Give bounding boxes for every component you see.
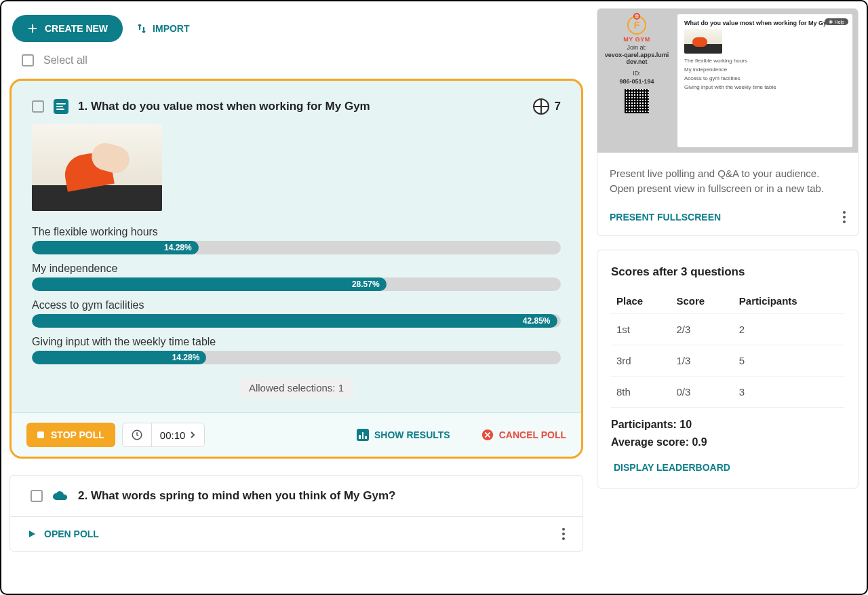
- option-label: Giving input with the weekly time table: [32, 336, 561, 348]
- option-bar-fill: 14.28%: [32, 351, 206, 364]
- mini-slide: ◉ Help What do you value most when worki…: [677, 14, 852, 147]
- select-all-row: Select all: [9, 54, 583, 79]
- option-label: My independence: [32, 263, 561, 275]
- preview-thumbnail[interactable]: F MY GYM Join at: vevox-qarel.apps.lumid…: [597, 9, 858, 153]
- mini-row: Access to gym facilities: [684, 75, 846, 81]
- option-bar-fill: 28.57%: [32, 277, 387, 291]
- preview-menu-button[interactable]: [843, 211, 846, 223]
- mini-slide-title: What do you value most when working for …: [684, 20, 846, 26]
- open-poll-button[interactable]: OPEN POLL: [28, 529, 99, 539]
- poll-title: 1. What do you value most when working f…: [78, 100, 524, 113]
- table-row: 1st2/32: [611, 313, 844, 345]
- poll-title: 2. What words spring to mind when you th…: [78, 489, 562, 503]
- poll-type-icon: [54, 99, 68, 114]
- bar-chart-icon: [357, 429, 369, 441]
- wordcloud-icon: [52, 489, 68, 503]
- poll-menu-button[interactable]: [562, 528, 565, 540]
- poll-image: [32, 124, 162, 211]
- session-id-label: ID:: [633, 70, 641, 77]
- allowed-selections-pill: Allowed selections: 1: [239, 378, 353, 398]
- poll-option: Access to gym facilities 42.85%: [32, 299, 561, 328]
- poll-footer: STOP POLL 00:10 SHOW RESULTS: [12, 412, 581, 457]
- option-label: Access to gym facilities: [32, 299, 561, 311]
- preview-description: Present live polling and Q&A to your aud…: [597, 153, 858, 203]
- brand-name: MY GYM: [623, 36, 650, 43]
- mini-slide-image: [684, 29, 722, 54]
- brand-logo-icon: F: [627, 16, 646, 35]
- response-count-badge: 7: [533, 98, 561, 115]
- mini-row: My independence: [684, 66, 846, 73]
- poll-option: My independence 28.57%: [32, 263, 561, 291]
- scores-title: Scores after 3 questions: [611, 265, 844, 279]
- poll-options: The flexible working hours 14.28% My ind…: [32, 226, 561, 364]
- timer-value[interactable]: 00:10: [152, 424, 205, 446]
- present-fullscreen-button[interactable]: PRESENT FULLSCREEN: [610, 212, 721, 223]
- plus-icon: [27, 23, 38, 34]
- option-bar: 14.28%: [32, 241, 561, 254]
- response-count: 7: [555, 100, 561, 113]
- scores-card: Scores after 3 questions Place Score Par…: [597, 250, 859, 488]
- scores-table: Place Score Participants 1st2/32 3rd1/35…: [611, 288, 844, 408]
- poll-option: The flexible working hours 14.28%: [32, 226, 561, 254]
- poll-option: Giving input with the weekly time table …: [32, 336, 561, 364]
- join-url: vevox-qarel.apps.lumidev.net: [603, 52, 671, 66]
- qr-code: [625, 89, 649, 113]
- select-all-checkbox[interactable]: [22, 54, 34, 66]
- cancel-poll-button[interactable]: CANCEL POLL: [481, 429, 566, 441]
- option-bar-fill: 14.28%: [32, 241, 199, 254]
- preview-card: F MY GYM Join at: vevox-qarel.apps.lumid…: [597, 8, 859, 236]
- mini-row: Giving input with the weekly time table: [684, 84, 846, 90]
- import-icon: [136, 23, 147, 34]
- cancel-icon: [481, 429, 494, 441]
- poll-checkbox[interactable]: [31, 490, 43, 502]
- option-bar: 14.28%: [32, 351, 561, 364]
- toolbar: CREATE NEW IMPORT: [9, 8, 583, 54]
- poll-card-inactive: 2. What words spring to mind when you th…: [9, 475, 583, 552]
- mini-row: The flexible working hours: [684, 58, 846, 64]
- timer-control[interactable]: 00:10: [122, 423, 205, 447]
- join-at-label: Join at:: [627, 44, 646, 51]
- join-info-panel: F MY GYM Join at: vevox-qarel.apps.lumid…: [603, 14, 671, 147]
- clock-icon: [123, 423, 152, 446]
- import-label: IMPORT: [153, 23, 189, 34]
- stop-icon: [37, 431, 44, 438]
- chevron-right-icon: [189, 431, 196, 438]
- option-bar: 42.85%: [32, 314, 561, 328]
- col-score: Score: [671, 288, 733, 314]
- table-row: 8th0/33: [611, 376, 844, 407]
- poll-card-active: 1. What do you value most when working f…: [9, 79, 583, 459]
- average-score: Average score: 0.9: [611, 436, 844, 448]
- option-bar: 28.57%: [32, 277, 561, 291]
- col-place: Place: [611, 288, 671, 314]
- option-bar-fill: 42.85%: [32, 314, 557, 328]
- select-all-label: Select all: [43, 54, 87, 66]
- help-badge: ◉ Help: [825, 18, 848, 25]
- option-label: The flexible working hours: [32, 226, 561, 238]
- wheel-icon: [533, 98, 549, 115]
- poll-checkbox[interactable]: [32, 100, 44, 113]
- session-id: 986-051-194: [619, 78, 654, 85]
- col-participants: Participants: [734, 288, 844, 314]
- create-new-button[interactable]: CREATE NEW: [12, 15, 123, 42]
- create-new-label: CREATE NEW: [45, 23, 108, 34]
- show-results-button[interactable]: SHOW RESULTS: [357, 429, 450, 441]
- table-row: 3rd1/35: [611, 345, 844, 376]
- stop-poll-button[interactable]: STOP POLL: [26, 423, 115, 447]
- play-icon: [28, 530, 36, 538]
- participants-total: Participants: 10: [611, 419, 844, 431]
- display-leaderboard-button[interactable]: DISPLAY LEADERBOARD: [611, 462, 844, 473]
- import-link[interactable]: IMPORT: [136, 23, 189, 34]
